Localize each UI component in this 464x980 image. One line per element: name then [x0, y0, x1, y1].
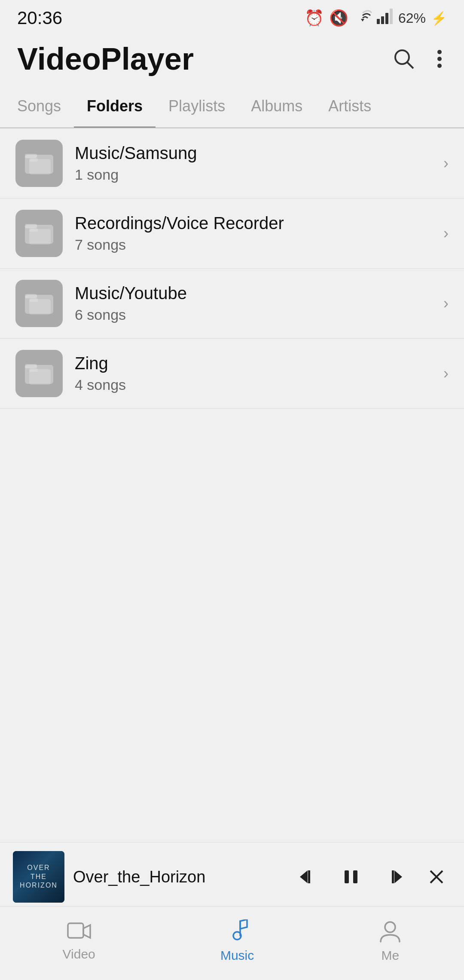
folder-icon: [24, 291, 54, 316]
svg-rect-3: [390, 9, 393, 24]
app-title: VideoPlayer: [17, 41, 194, 77]
status-time: 20:36: [17, 8, 62, 28]
svg-rect-20: [29, 298, 38, 302]
alarm-icon: ⏰: [305, 9, 324, 27]
search-button[interactable]: [388, 43, 419, 74]
next-button[interactable]: [379, 862, 409, 892]
svg-rect-18: [25, 294, 37, 298]
svg-rect-30: [392, 870, 394, 883]
svg-marker-25: [300, 870, 308, 883]
status-bar: 20:36 ⏰ 🔇 62% ⚡: [0, 0, 464, 33]
tabs-bar: Songs Folders Playlists Albums Artists: [0, 85, 464, 129]
svg-marker-34: [83, 925, 90, 938]
header-actions: [388, 43, 447, 74]
svg-line-5: [407, 62, 413, 68]
folder-songs: 6 songs: [75, 306, 431, 323]
now-playing-bar: OVERTHEHORIZON Over_the_Horizon: [0, 842, 464, 911]
signal-icon: [377, 9, 393, 28]
chevron-right-icon: ›: [443, 224, 449, 242]
player-controls: [293, 862, 451, 892]
folder-name: Recordings/Voice Recorder: [75, 214, 431, 233]
folder-name: Music/Youtube: [75, 284, 431, 303]
folder-item[interactable]: Recordings/Voice Recorder 7 songs ›: [0, 199, 464, 269]
status-icons: ⏰ 🔇 62% ⚡: [305, 9, 447, 28]
bottom-nav: Video Music Me: [0, 906, 464, 980]
svg-rect-0: [377, 19, 380, 24]
svg-rect-28: [353, 870, 357, 883]
folder-info: Zing 4 songs: [75, 354, 431, 393]
more-button[interactable]: [432, 43, 447, 74]
svg-rect-16: [29, 228, 38, 232]
album-art: OVERTHEHORIZON: [13, 851, 64, 903]
music-icon: [226, 919, 248, 945]
svg-point-8: [437, 64, 442, 68]
chevron-right-icon: ›: [443, 154, 449, 172]
svg-rect-22: [25, 364, 37, 368]
close-button[interactable]: [422, 862, 451, 891]
svg-rect-1: [381, 16, 384, 24]
tab-songs[interactable]: Songs: [4, 85, 74, 127]
tab-playlists[interactable]: Playlists: [156, 85, 238, 127]
svg-point-36: [385, 922, 395, 932]
svg-rect-24: [29, 368, 38, 372]
tab-folders[interactable]: Folders: [74, 85, 156, 127]
folder-name: Music/Samsung: [75, 144, 431, 163]
folder-info: Music/Youtube 6 songs: [75, 284, 431, 323]
folder-name: Zing: [75, 354, 431, 373]
nav-me-label: Me: [382, 948, 400, 963]
tab-albums[interactable]: Albums: [238, 85, 315, 127]
folder-icon: [24, 361, 54, 386]
folder-icon-box: [15, 210, 63, 257]
album-art-text: OVERTHEHORIZON: [20, 864, 58, 890]
svg-rect-12: [29, 158, 38, 162]
svg-rect-27: [345, 870, 349, 883]
folder-icon-box: [15, 350, 63, 397]
folder-icon: [24, 220, 54, 246]
folder-info: Recordings/Voice Recorder 7 songs: [75, 214, 431, 253]
svg-rect-26: [308, 870, 310, 883]
svg-point-7: [437, 57, 442, 61]
nav-music-label: Music: [220, 948, 254, 963]
chevron-right-icon: ›: [443, 364, 449, 383]
svg-point-6: [437, 50, 442, 54]
folder-item[interactable]: Zing 4 songs ›: [0, 339, 464, 409]
pause-button[interactable]: [336, 862, 366, 892]
folder-info: Music/Samsung 1 song: [75, 144, 431, 183]
song-title: Over_the_Horizon: [73, 868, 284, 886]
folder-songs: 1 song: [75, 166, 431, 183]
wifi-icon: [354, 9, 372, 28]
nav-me[interactable]: Me: [353, 915, 427, 967]
previous-button[interactable]: [293, 862, 323, 892]
me-icon: [379, 919, 401, 945]
charging-icon: ⚡: [431, 11, 447, 26]
tab-artists[interactable]: Artists: [315, 85, 384, 127]
video-icon: [67, 921, 91, 943]
svg-rect-2: [385, 13, 388, 24]
folder-icon-box: [15, 140, 63, 187]
nav-video-label: Video: [63, 947, 95, 962]
battery-text: 62%: [398, 10, 426, 26]
nav-video[interactable]: Video: [37, 916, 121, 966]
folder-item[interactable]: Music/Samsung 1 song ›: [0, 129, 464, 199]
app-header: VideoPlayer: [0, 33, 464, 85]
album-art-inner: OVERTHEHORIZON: [13, 851, 64, 903]
folder-songs: 4 songs: [75, 377, 431, 393]
folder-item[interactable]: Music/Youtube 6 songs ›: [0, 269, 464, 339]
svg-rect-10: [25, 154, 37, 158]
folder-list: Music/Samsung 1 song › Recordings/Voice …: [0, 129, 464, 409]
mute-icon: 🔇: [329, 9, 348, 27]
folder-icon: [24, 150, 54, 176]
folder-songs: 7 songs: [75, 236, 431, 253]
folder-icon-box: [15, 280, 63, 327]
chevron-right-icon: ›: [443, 294, 449, 312]
nav-music[interactable]: Music: [195, 915, 280, 967]
svg-marker-29: [394, 870, 402, 883]
svg-rect-33: [68, 923, 83, 938]
svg-rect-14: [25, 224, 37, 228]
